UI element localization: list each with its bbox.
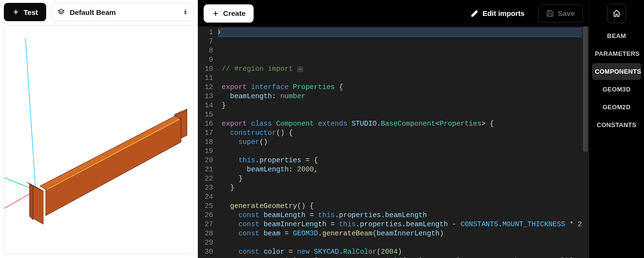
tab-geom2d[interactable]: GEOM2D [592,99,641,116]
editor-column: Create Edit imports Save 178910111213141… [198,0,589,258]
plus-icon [12,8,20,16]
test-button[interactable]: Test [4,3,46,21]
3d-viewport[interactable] [4,25,194,254]
save-button[interactable]: Save [538,4,583,23]
edit-imports-label: Edit imports [482,9,525,17]
code-lines: ❯ // #region import ⋯export interface Pr… [218,26,582,258]
edit-icon [471,10,478,17]
beam-preset-dropdown[interactable]: Default Beam ▲▼ [51,3,194,21]
preview-panel: Test Default Beam ▲▼ [0,0,198,258]
tab-geom3d[interactable]: GEOM3D [592,81,641,98]
side-tab-bar: BEAMPARAMETERSCOMPONENTSGEOM3DGEOM2DCONS… [589,0,644,258]
tab-constants[interactable]: CONSTANTS [592,116,641,133]
fold-chevron-icon[interactable]: ❯ [218,28,221,37]
tab-components[interactable]: COMPONENTS [592,63,641,80]
create-button-label: Create [223,9,246,17]
home-button[interactable] [607,4,626,23]
create-button[interactable]: Create [204,4,254,23]
layers-icon [57,8,65,16]
svg-line-0 [26,38,36,190]
svg-marker-9 [30,184,33,220]
vertical-scrollbar[interactable] [582,26,589,258]
plus-icon [212,10,219,17]
tab-beam[interactable]: BEAM [592,27,641,44]
preview-toolbar: Test Default Beam ▲▼ [4,3,194,21]
edit-imports-button[interactable]: Edit imports [463,4,532,23]
svg-marker-6 [46,118,181,216]
current-line-highlight [218,28,582,37]
beam-preset-label: Default Beam [70,8,179,16]
home-icon [612,9,621,18]
beam-render [4,26,193,254]
save-icon [546,10,554,17]
editor-panel: Create Edit imports Save 178910111213141… [198,0,644,258]
test-button-label: Test [24,8,38,16]
code-editor[interactable]: 1789101112131415161718192021222324252627… [198,26,589,258]
scrollbar-thumb[interactable] [583,26,588,152]
save-button-label: Save [558,9,575,17]
chevron-up-down-icon: ▲▼ [183,9,188,15]
tab-parameters[interactable]: PARAMETERS [592,45,641,62]
line-number-gutter: 1789101112131415161718192021222324252627… [198,26,218,258]
editor-toolbar: Create Edit imports Save [198,0,589,26]
